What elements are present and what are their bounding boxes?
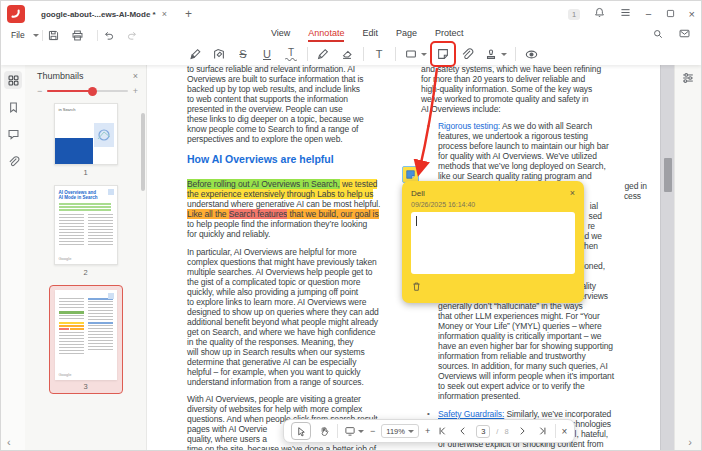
sticky-note-tool-icon[interactable]	[435, 44, 451, 64]
attachments-panel-icon[interactable]	[4, 152, 22, 170]
text-line: quickly, while also providing a jumping …	[187, 287, 379, 297]
thumb1-blue-block	[55, 138, 93, 164]
chevron-down-icon	[33, 34, 39, 37]
ribbon-tabs: View Annotate Edit Page Protect	[271, 28, 463, 42]
minimize-button[interactable]: −	[645, 9, 651, 19]
last-page-icon[interactable]	[535, 422, 549, 440]
pencil-tool-icon[interactable]	[315, 44, 331, 64]
text-line: process before launch to maintain our hi…	[438, 141, 609, 151]
shape-tool-group[interactable]	[403, 44, 427, 64]
select-tool-icon[interactable]	[291, 422, 311, 440]
floating-view-toolbar: − 119% + 3 / 8 ×	[283, 419, 575, 443]
notification-badge[interactable]: 1	[568, 9, 580, 20]
stamp-tool-icon[interactable]	[483, 44, 499, 64]
feedback-mail-icon[interactable]	[678, 26, 691, 44]
maximize-button[interactable]	[665, 5, 676, 23]
document-tab[interactable]: google-about-...ews-AI-Mode * ×	[33, 7, 175, 22]
vertical-scrollbar[interactable]	[660, 65, 674, 451]
tab-close-icon[interactable]: ×	[162, 10, 167, 18]
shape-rectangle-tool-icon[interactable]	[403, 44, 419, 64]
panel-scrollbar[interactable]	[141, 113, 145, 191]
next-page-icon[interactable]	[515, 422, 529, 440]
text-comment-tool-icon[interactable]: T	[371, 44, 387, 64]
undo-button[interactable]	[101, 25, 117, 45]
divider	[555, 424, 556, 438]
tab-annotate[interactable]: Annotate	[308, 28, 344, 42]
paragraph: •Safety Guardrails: Similarly, we’ve inc…	[438, 409, 611, 419]
chevron-down-icon[interactable]	[358, 430, 364, 433]
sticky-note-popup[interactable]: Dell × 09/26/2025 16:14:40	[402, 181, 584, 303]
close-window-button[interactable]: ×	[689, 9, 695, 19]
text-line: for quickly and reliably.	[187, 229, 380, 239]
squiggly-underline-tool-icon[interactable]: T	[283, 44, 299, 64]
first-page-icon[interactable]	[436, 422, 450, 440]
slider-knob[interactable]	[88, 87, 97, 96]
paragraph: generally don’t “hallucinate” in the way…	[438, 301, 614, 401]
page-thumbnail-3[interactable]: Google	[55, 290, 117, 380]
tab-title: google-about-...ews-AI-Mode *	[41, 10, 156, 19]
text-line: presented in the overview. People can us…	[187, 104, 364, 114]
text-line: additional benefit beyond what people mi…	[187, 317, 379, 327]
chevron-down-icon	[408, 430, 414, 433]
new-tab-button[interactable]: +	[185, 7, 192, 21]
note-text-input[interactable]	[411, 212, 575, 274]
attachment-tool-icon[interactable]	[459, 44, 475, 64]
close-toolbar-icon[interactable]: ×	[562, 426, 568, 437]
page-thumbnail-3-selected[interactable]: Google 3	[49, 285, 123, 394]
text-cursor	[416, 216, 417, 226]
save-button[interactable]	[46, 25, 62, 45]
tab-page[interactable]: Page	[396, 28, 417, 42]
bookmarks-panel-icon[interactable]	[4, 98, 22, 116]
hand-tool-icon[interactable]	[317, 422, 331, 440]
tab-protect[interactable]: Protect	[435, 28, 464, 42]
previous-page-icon[interactable]	[456, 422, 470, 440]
thumb3-logo	[108, 293, 114, 299]
redo-button[interactable]	[125, 25, 141, 45]
current-page-input[interactable]: 3	[476, 425, 490, 438]
thumbnails-panel-icon[interactable]	[4, 71, 22, 89]
page-thumbnail-1[interactable]: in Search	[54, 103, 118, 165]
page-number-1: 1	[83, 168, 87, 177]
collapse-panel-left-icon[interactable]: ‹	[7, 436, 11, 448]
stamp-tool-group[interactable]	[483, 44, 507, 64]
tab-edit[interactable]: Edit	[362, 28, 378, 42]
text-line: Like all the Search features that we bui…	[187, 209, 380, 219]
comments-panel-icon[interactable]	[4, 125, 22, 143]
thumbnails-panel: Thumbnails × − + in Search 1 AI Overview…	[25, 65, 147, 451]
hamburger-menu-icon[interactable]	[619, 5, 632, 23]
print-button[interactable]	[70, 25, 86, 45]
scrollbar-thumb[interactable]	[664, 158, 672, 192]
text-line: the experience extensively through Labs …	[187, 189, 380, 199]
slider-track[interactable]	[47, 90, 127, 92]
area-highlight-tool-icon[interactable]	[211, 44, 227, 64]
chevron-down-icon[interactable]	[501, 53, 507, 56]
eraser-tool-icon[interactable]	[339, 44, 355, 64]
chevron-down-icon[interactable]	[421, 53, 427, 56]
show-annotations-eye-icon[interactable]	[523, 44, 539, 64]
note-close-icon[interactable]: ×	[570, 188, 575, 198]
document-page[interactable]: to surface reliable and relevant informa…	[147, 65, 660, 451]
zoom-out-button[interactable]: −	[370, 426, 375, 436]
file-menu[interactable]: File	[11, 30, 39, 40]
paragraph: Before rolling out AI Overviews in Searc…	[187, 179, 380, 239]
highlight-tool-icon[interactable]	[187, 44, 203, 64]
zoom-in-button[interactable]: +	[425, 426, 430, 436]
search-icon[interactable]	[652, 26, 664, 44]
collapse-panel-right-icon[interactable]: ›	[688, 436, 692, 448]
properties-sliders-icon[interactable]	[681, 71, 695, 89]
thumbnail-size-slider[interactable]: − +	[25, 83, 146, 99]
section-heading: How AI Overviews are helpful	[187, 154, 334, 164]
view-mode-icon[interactable]	[344, 422, 364, 440]
close-panel-icon[interactable]: ×	[133, 71, 138, 81]
bell-icon[interactable]	[593, 5, 606, 23]
slider-plus-icon[interactable]: +	[133, 87, 138, 95]
page-thumbnail-2[interactable]: AI Overviews and AI Mode in Search Googl…	[54, 185, 118, 265]
strikethrough-tool-icon[interactable]: S	[235, 44, 251, 64]
slider-minus-icon[interactable]: −	[37, 87, 42, 95]
bullet-marker: •	[427, 122, 430, 130]
zoom-level-select[interactable]: 119%	[381, 424, 419, 438]
tab-view[interactable]: View	[271, 28, 290, 42]
underline-tool-icon[interactable]: U	[259, 44, 275, 64]
note-delete-trash-icon[interactable]	[411, 278, 422, 295]
thumb2-text-column	[59, 214, 84, 247]
